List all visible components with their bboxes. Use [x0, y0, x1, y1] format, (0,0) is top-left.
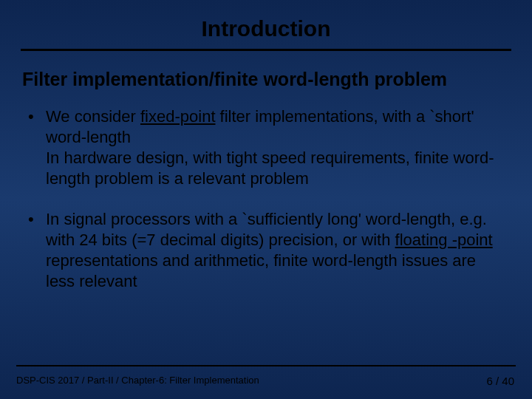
- slide-title: Introduction: [21, 16, 511, 41]
- footer-divider: [16, 365, 516, 366]
- bullet-text: In hardware design, with tight speed req…: [46, 149, 494, 188]
- bullet-underline: floating -point: [395, 231, 493, 249]
- footer-left: DSP-CIS 2017 / Part-II / Chapter-6: Filt…: [16, 375, 259, 386]
- bullet-underline: fixed-point: [140, 107, 216, 126]
- bullet-item: We consider fixed-point filter implement…: [24, 106, 504, 190]
- title-divider: [21, 49, 511, 51]
- page-number: 6 / 40: [486, 375, 514, 387]
- slide: Introduction Filter implementation/finit…: [0, 0, 532, 399]
- bullet-list: We consider fixed-point filter implement…: [21, 106, 511, 292]
- slide-subtitle: Filter implementation/finite word-length…: [22, 69, 510, 90]
- bullet-text: We consider: [46, 107, 140, 126]
- bullet-text: representations and arithmetic, finite w…: [46, 251, 476, 290]
- bullet-item: In signal processors with a `sufficientl…: [24, 209, 504, 293]
